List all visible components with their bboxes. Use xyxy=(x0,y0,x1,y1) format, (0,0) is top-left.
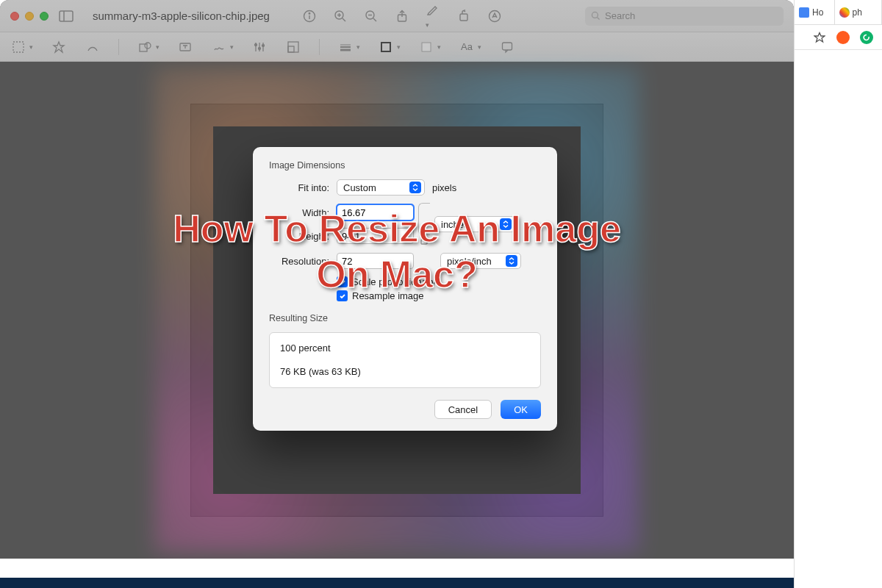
resolution-unit-select[interactable]: pixels/inch xyxy=(440,253,521,269)
resample-label: Resample image xyxy=(352,290,424,301)
tab-label: ph xyxy=(853,7,862,18)
preview-window: summary-m3-apple-silicon-chip.jpeg ▾ Sea… xyxy=(0,0,794,559)
browser-toolbar xyxy=(795,25,882,50)
svg-rect-36 xyxy=(421,240,427,244)
width-input[interactable] xyxy=(337,204,414,220)
result-percent: 100 percent xyxy=(280,342,530,355)
scale-proportionally-checkbox[interactable]: Scale proportionally xyxy=(337,276,541,287)
fit-into-select[interactable]: Custom xyxy=(337,179,425,196)
updown-arrows-icon xyxy=(500,218,512,230)
height-label: Height: xyxy=(269,231,337,242)
bookmark-star-icon[interactable] xyxy=(813,31,826,44)
browser-tab-2[interactable]: ph xyxy=(835,0,882,24)
adjust-size-dialog: Image Dimensions Fit into: Custom pixels… xyxy=(253,147,557,431)
wh-unit-value: inches xyxy=(441,219,469,230)
width-label: Width: xyxy=(269,207,337,218)
height-input[interactable] xyxy=(337,228,414,244)
lock-icon xyxy=(419,235,429,245)
resample-image-checkbox[interactable]: Resample image xyxy=(337,290,541,301)
ok-button[interactable]: OK xyxy=(501,400,541,419)
scale-label: Scale proportionally xyxy=(352,276,436,287)
resolution-label: Resolution: xyxy=(269,256,337,267)
lock-aspect[interactable] xyxy=(418,203,430,245)
fit-into-label: Fit into: xyxy=(269,182,337,193)
browser-strip: Ho ph xyxy=(794,0,882,588)
updown-arrows-icon xyxy=(409,182,421,193)
browser-tabs: Ho ph xyxy=(795,0,882,25)
wh-unit-select[interactable]: inches xyxy=(434,216,515,232)
dimensions-heading: Image Dimensions xyxy=(269,160,541,171)
favicon-icon xyxy=(799,7,809,18)
fit-into-unit: pixels xyxy=(432,182,456,193)
resulting-size-heading: Resulting Size xyxy=(269,313,541,323)
tab-label: Ho xyxy=(812,7,823,18)
extension-icon[interactable] xyxy=(836,31,850,44)
updown-arrows-icon xyxy=(506,255,517,267)
browser-tab-1[interactable]: Ho xyxy=(795,0,835,24)
cancel-button[interactable]: Cancel xyxy=(434,400,492,419)
resolution-input[interactable] xyxy=(337,253,414,269)
resulting-size-box: 100 percent 76 KB (was 63 KB) xyxy=(269,332,541,388)
footer-peek xyxy=(0,578,794,588)
fit-into-value: Custom xyxy=(343,182,376,193)
grammarly-icon[interactable] xyxy=(860,31,873,44)
google-favicon-icon xyxy=(839,7,850,18)
checkmark-icon xyxy=(337,290,348,301)
resolution-unit-value: pixels/inch xyxy=(447,256,492,267)
checkmark-icon xyxy=(337,276,348,287)
result-filesize: 76 KB (was 63 KB) xyxy=(280,365,530,379)
